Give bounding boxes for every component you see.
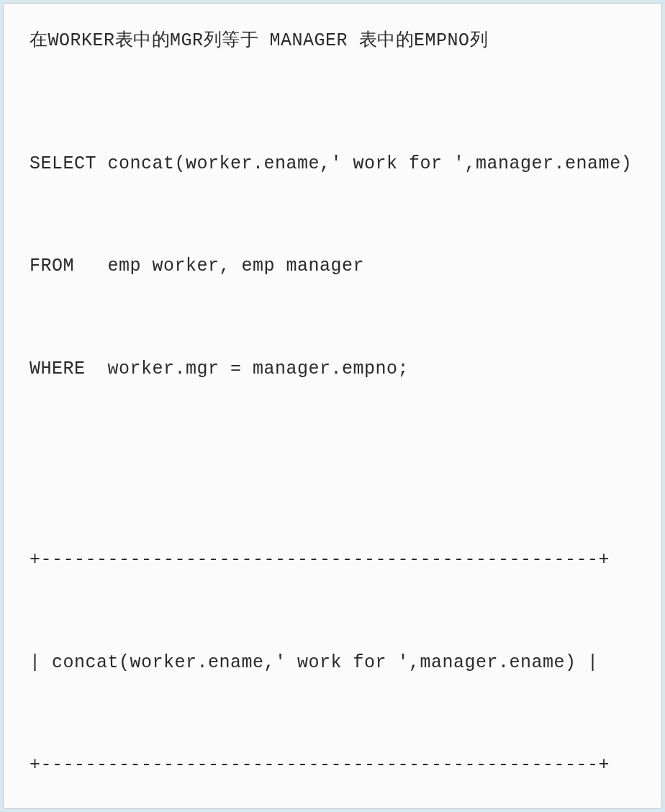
sql-line-3: WHERE worker.mgr = manager.empno; xyxy=(30,352,635,387)
sql-line-2: FROM emp worker, emp manager xyxy=(30,249,635,284)
result-table: +---------------------------------------… xyxy=(30,474,635,812)
table-border-mid: +---------------------------------------… xyxy=(30,748,635,782)
sql-line-1: SELECT concat(worker.ename,' work for ',… xyxy=(30,147,635,181)
table-border-top: +---------------------------------------… xyxy=(30,543,635,577)
description-text: 在WORKER表中的MGR列等于 MANAGER 表中的EMPNO列 xyxy=(30,24,635,58)
sql-query-block: SELECT concat(worker.ename,' work for ',… xyxy=(30,78,635,455)
table-header-row: | concat(worker.ename,' work for ',manag… xyxy=(30,646,635,680)
sql-output-panel: 在WORKER表中的MGR列等于 MANAGER 表中的EMPNO列 SELEC… xyxy=(3,3,662,809)
